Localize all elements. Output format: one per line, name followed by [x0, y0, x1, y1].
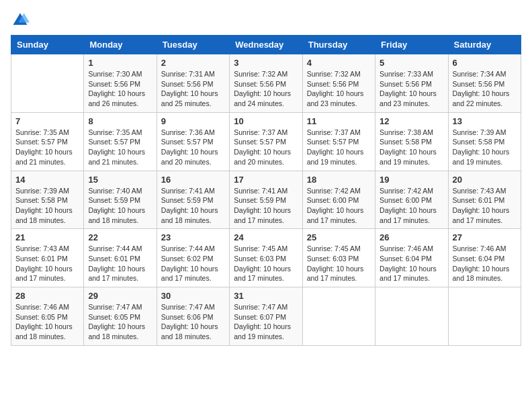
day-number: 25 [307, 232, 371, 242]
logo [11, 11, 32, 30]
day-number: 3 [234, 58, 298, 68]
calendar-cell: 13Sunrise: 7:39 AMSunset: 5:58 PMDayligh… [448, 112, 521, 171]
calendar-cell: 17Sunrise: 7:41 AMSunset: 5:59 PMDayligh… [230, 171, 302, 229]
calendar-day-header: Wednesday [230, 36, 302, 54]
cell-content: Sunrise: 7:43 AMSunset: 6:01 PMDaylight:… [15, 244, 79, 283]
calendar-cell: 26Sunrise: 7:46 AMSunset: 6:04 PMDayligh… [375, 229, 448, 287]
calendar-cell: 5Sunrise: 7:33 AMSunset: 5:56 PMDaylight… [375, 54, 448, 113]
day-number: 16 [161, 175, 225, 185]
day-number: 22 [88, 232, 152, 242]
calendar-cell: 18Sunrise: 7:42 AMSunset: 6:00 PMDayligh… [302, 171, 375, 229]
day-number: 29 [88, 291, 152, 301]
cell-content: Sunrise: 7:32 AMSunset: 5:56 PMDaylight:… [234, 69, 298, 109]
calendar-cell: 9Sunrise: 7:36 AMSunset: 5:57 PMDaylight… [157, 112, 229, 171]
day-number: 7 [15, 116, 79, 126]
calendar-cell: 22Sunrise: 7:44 AMSunset: 6:01 PMDayligh… [84, 229, 157, 287]
calendar-week-row: 28Sunrise: 7:46 AMSunset: 6:05 PMDayligh… [11, 287, 521, 346]
day-number: 31 [234, 291, 298, 301]
cell-content: Sunrise: 7:35 AMSunset: 5:57 PMDaylight:… [88, 128, 152, 167]
day-number: 27 [453, 232, 517, 242]
calendar-cell: 7Sunrise: 7:35 AMSunset: 5:57 PMDaylight… [11, 112, 84, 171]
cell-content: Sunrise: 7:35 AMSunset: 5:57 PMDaylight:… [15, 128, 79, 167]
calendar-week-row: 14Sunrise: 7:39 AMSunset: 5:58 PMDayligh… [11, 171, 521, 229]
calendar-cell: 2Sunrise: 7:31 AMSunset: 5:56 PMDaylight… [157, 54, 229, 113]
cell-content: Sunrise: 7:45 AMSunset: 6:03 PMDaylight:… [234, 244, 298, 283]
calendar-cell [302, 287, 375, 346]
cell-content: Sunrise: 7:41 AMSunset: 5:59 PMDaylight:… [234, 186, 298, 226]
cell-content: Sunrise: 7:47 AMSunset: 6:07 PMDaylight:… [234, 302, 298, 342]
calendar-cell: 21Sunrise: 7:43 AMSunset: 6:01 PMDayligh… [11, 229, 84, 287]
calendar-cell: 14Sunrise: 7:39 AMSunset: 5:58 PMDayligh… [11, 171, 84, 229]
cell-content: Sunrise: 7:45 AMSunset: 6:03 PMDaylight:… [307, 244, 371, 283]
calendar-header-row: SundayMondayTuesdayWednesdayThursdayFrid… [11, 36, 521, 54]
cell-content: Sunrise: 7:46 AMSunset: 6:04 PMDaylight:… [380, 244, 443, 283]
calendar-cell: 23Sunrise: 7:44 AMSunset: 6:02 PMDayligh… [157, 229, 229, 287]
calendar-cell: 12Sunrise: 7:38 AMSunset: 5:58 PMDayligh… [375, 112, 448, 171]
page-header [11, 11, 521, 30]
day-number: 2 [161, 58, 225, 68]
calendar-cell: 10Sunrise: 7:37 AMSunset: 5:57 PMDayligh… [230, 112, 302, 171]
calendar-cell: 16Sunrise: 7:41 AMSunset: 5:59 PMDayligh… [157, 171, 229, 229]
day-number: 26 [380, 232, 443, 242]
cell-content: Sunrise: 7:42 AMSunset: 6:00 PMDaylight:… [380, 186, 443, 226]
calendar-day-header: Thursday [302, 36, 375, 54]
calendar-week-row: 1Sunrise: 7:30 AMSunset: 5:56 PMDaylight… [11, 54, 521, 113]
calendar-day-header: Friday [375, 36, 448, 54]
day-number: 19 [380, 175, 443, 185]
cell-content: Sunrise: 7:34 AMSunset: 5:56 PMDaylight:… [453, 69, 517, 109]
calendar-cell: 19Sunrise: 7:42 AMSunset: 6:00 PMDayligh… [375, 171, 448, 229]
calendar-cell: 11Sunrise: 7:37 AMSunset: 5:57 PMDayligh… [302, 112, 375, 171]
cell-content: Sunrise: 7:31 AMSunset: 5:56 PMDaylight:… [161, 69, 225, 109]
day-number: 10 [234, 116, 298, 126]
day-number: 15 [88, 175, 152, 185]
cell-content: Sunrise: 7:46 AMSunset: 6:05 PMDaylight:… [15, 302, 79, 342]
day-number: 20 [453, 175, 517, 185]
cell-content: Sunrise: 7:46 AMSunset: 6:04 PMDaylight:… [453, 244, 517, 283]
calendar-cell [448, 287, 521, 346]
cell-content: Sunrise: 7:47 AMSunset: 6:06 PMDaylight:… [161, 302, 225, 342]
day-number: 23 [161, 232, 225, 242]
cell-content: Sunrise: 7:39 AMSunset: 5:58 PMDaylight:… [15, 186, 79, 226]
calendar-cell: 1Sunrise: 7:30 AMSunset: 5:56 PMDaylight… [84, 54, 157, 113]
day-number: 18 [307, 175, 371, 185]
calendar-day-header: Sunday [11, 36, 84, 54]
calendar-cell [375, 287, 448, 346]
calendar-cell: 28Sunrise: 7:46 AMSunset: 6:05 PMDayligh… [11, 287, 84, 346]
calendar-body: 1Sunrise: 7:30 AMSunset: 5:56 PMDaylight… [11, 54, 521, 346]
calendar-cell: 8Sunrise: 7:35 AMSunset: 5:57 PMDaylight… [84, 112, 157, 171]
cell-content: Sunrise: 7:42 AMSunset: 6:00 PMDaylight:… [307, 186, 371, 226]
day-number: 28 [15, 291, 79, 301]
day-number: 5 [380, 58, 443, 68]
day-number: 4 [307, 58, 371, 68]
day-number: 13 [453, 116, 517, 126]
day-number: 6 [453, 58, 517, 68]
day-number: 30 [161, 291, 225, 301]
day-number: 21 [15, 232, 79, 242]
cell-content: Sunrise: 7:40 AMSunset: 5:59 PMDaylight:… [88, 186, 152, 226]
cell-content: Sunrise: 7:44 AMSunset: 6:01 PMDaylight:… [88, 244, 152, 283]
cell-content: Sunrise: 7:36 AMSunset: 5:57 PMDaylight:… [161, 128, 225, 167]
day-number: 8 [88, 116, 152, 126]
calendar-cell [11, 54, 84, 113]
calendar-cell: 31Sunrise: 7:47 AMSunset: 6:07 PMDayligh… [230, 287, 302, 346]
calendar-week-row: 7Sunrise: 7:35 AMSunset: 5:57 PMDaylight… [11, 112, 521, 171]
calendar-cell: 29Sunrise: 7:47 AMSunset: 6:05 PMDayligh… [84, 287, 157, 346]
day-number: 14 [15, 175, 79, 185]
day-number: 9 [161, 116, 225, 126]
cell-content: Sunrise: 7:33 AMSunset: 5:56 PMDaylight:… [380, 69, 443, 109]
cell-content: Sunrise: 7:47 AMSunset: 6:05 PMDaylight:… [88, 302, 152, 342]
cell-content: Sunrise: 7:41 AMSunset: 5:59 PMDaylight:… [161, 186, 225, 226]
cell-content: Sunrise: 7:37 AMSunset: 5:57 PMDaylight:… [307, 128, 371, 167]
day-number: 12 [380, 116, 443, 126]
calendar-cell: 3Sunrise: 7:32 AMSunset: 5:56 PMDaylight… [230, 54, 302, 113]
calendar-day-header: Monday [84, 36, 157, 54]
cell-content: Sunrise: 7:32 AMSunset: 5:56 PMDaylight:… [307, 69, 371, 109]
cell-content: Sunrise: 7:44 AMSunset: 6:02 PMDaylight:… [161, 244, 225, 283]
logo-icon [11, 11, 30, 30]
calendar-cell: 30Sunrise: 7:47 AMSunset: 6:06 PMDayligh… [157, 287, 229, 346]
calendar-cell: 25Sunrise: 7:45 AMSunset: 6:03 PMDayligh… [302, 229, 375, 287]
calendar-table: SundayMondayTuesdayWednesdayThursdayFrid… [11, 35, 521, 346]
calendar-cell: 27Sunrise: 7:46 AMSunset: 6:04 PMDayligh… [448, 229, 521, 287]
calendar-week-row: 21Sunrise: 7:43 AMSunset: 6:01 PMDayligh… [11, 229, 521, 287]
cell-content: Sunrise: 7:37 AMSunset: 5:57 PMDaylight:… [234, 128, 298, 167]
